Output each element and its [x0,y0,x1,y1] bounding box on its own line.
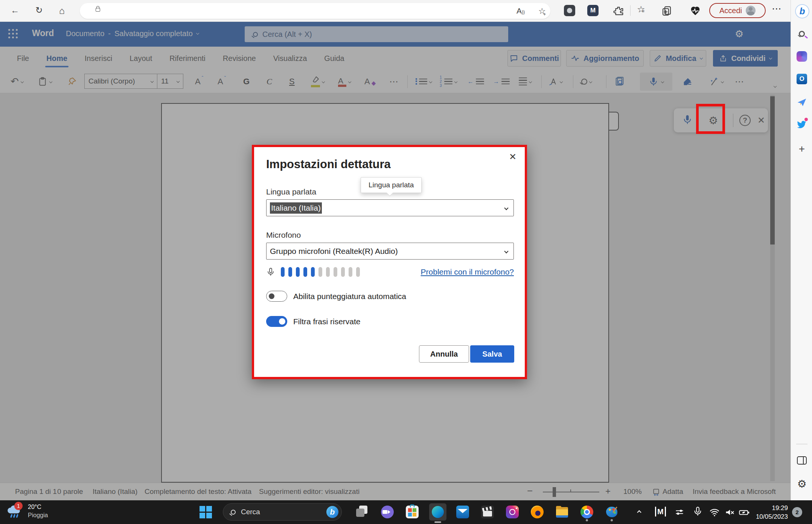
sidebar-twitter-icon[interactable] [795,118,809,131]
instagram-icon[interactable] [506,506,519,518]
feedback-link[interactable]: Invia feedback a Microsoft [693,488,776,496]
app-launcher-icon[interactable] [8,29,18,38]
paint-icon[interactable] [605,506,618,518]
browser-back-icon[interactable]: ← [11,5,19,15]
start-button[interactable] [200,506,212,518]
tray-mixer-icon[interactable] [675,507,684,518]
underline-button[interactable]: S [289,70,295,93]
text-completion-status[interactable]: Completamento del testo: Attivata [145,488,251,496]
editor-button[interactable] [682,70,693,93]
word-search-box[interactable]: Cerca (Alt + X) [245,26,508,42]
find-button[interactable] [581,70,592,93]
app-name[interactable]: Word [32,28,54,38]
collapse-ribbon-icon[interactable] [774,85,777,88]
zoom-out-icon[interactable]: − [527,485,533,497]
tab-visualizza[interactable]: Visualizza [265,47,316,70]
auto-punctuation-toggle[interactable] [266,291,287,302]
tab-riferimenti[interactable]: Riferimenti [161,47,214,70]
browser-essentials-icon[interactable] [690,5,701,18]
notification-badge[interactable]: 2 [792,507,802,517]
edit-mode-button[interactable]: Modifica [650,50,706,67]
weather-temp[interactable]: 20°C [28,504,41,510]
share-button[interactable]: Condividi [713,50,778,67]
zoom-slider-thumb[interactable] [553,487,556,497]
dictation-help-icon[interactable]: ? [739,115,751,126]
grow-font-button[interactable]: Aˆ [195,70,204,93]
tab-revisione[interactable]: Revisione [214,47,265,70]
update-button[interactable]: Aggiornamento [566,50,644,67]
bold-button[interactable]: G [243,70,250,93]
language-select[interactable]: Italiano (Italia) [266,199,514,216]
dictate-button[interactable] [640,73,672,91]
filter-phrases-toggle[interactable] [266,316,287,327]
align-button[interactable] [519,70,532,93]
browser-refresh-icon[interactable]: ↻ [35,5,43,15]
tab-layout[interactable]: Layout [121,47,161,70]
styles-button[interactable] [548,70,562,93]
tray-app-m-icon[interactable]: M [655,507,666,516]
more-commands-icon[interactable]: ⋯ [735,70,744,93]
comments-button[interactable]: Commenti [507,50,561,67]
immersive-reader-icon[interactable] [614,70,625,93]
sidebar-add-icon[interactable]: + [795,142,809,156]
scrollbar-thumb[interactable] [770,96,775,245]
weather-widget[interactable]: 1 [5,503,23,522]
browser-menu-icon[interactable]: ⋯ [772,3,782,15]
shrink-font-button[interactable]: Aˇ [218,70,227,93]
zoom-in-icon[interactable]: + [605,486,611,497]
sidebar-office-icon[interactable] [795,50,809,63]
sidebar-search-icon[interactable] [795,27,809,41]
sidebar-panel-icon[interactable] [795,454,809,467]
extension-m-icon[interactable]: M [587,5,599,16]
sidebar-outlook-icon[interactable]: O [795,72,809,86]
clear-formatting-button[interactable]: A◆ [364,70,376,93]
tray-volume-muted-icon[interactable] [724,507,735,519]
sidebar-bing-icon[interactable]: b [795,4,809,18]
paste-button[interactable] [38,70,52,93]
settings-gear-icon[interactable]: ⚙ [735,28,743,40]
favorites-add-icon[interactable]: ☆+ [538,6,548,16]
favorites-icon[interactable]: ☆≡ [637,4,647,15]
dictation-mic-icon[interactable] [682,114,693,126]
extensions-puzzle-icon[interactable] [613,5,624,18]
fit-button[interactable]: Adatta [663,488,683,496]
tray-clock[interactable]: 19:29 10/05/2023 [748,504,788,521]
tab-inserisci[interactable]: Inserisci [76,47,121,70]
taskbar-search[interactable]: Cerca b [223,503,342,521]
tab-home[interactable]: Home [38,47,76,70]
cancel-button[interactable]: Annulla [419,345,469,363]
font-name-combobox[interactable]: Calibri (Corpo) [84,74,157,89]
task-view-icon[interactable] [356,506,369,518]
mail-icon[interactable] [456,506,469,518]
extension-clip-icon[interactable] [564,5,575,16]
collections-icon[interactable] [661,5,672,18]
decrease-indent-button[interactable]: ← [468,70,484,93]
undo-button[interactable]: ↶ [11,70,23,93]
microphone-select[interactable]: Gruppo microfoni (Realtek(R) Audio) [266,243,514,260]
bullet-list-button[interactable] [416,70,432,93]
tab-file[interactable]: File [8,47,38,70]
chat-icon[interactable] [381,506,394,518]
increase-indent-button[interactable]: → [493,70,510,93]
movies-tv-icon[interactable] [481,506,494,518]
file-explorer-icon[interactable] [556,506,568,518]
tab-guida[interactable]: Guida [315,47,353,70]
font-color-button[interactable]: A [338,70,351,93]
numbered-list-button[interactable]: 123 [440,70,457,93]
sidebar-settings-gear-icon[interactable]: ⚙ [795,477,809,491]
tray-wifi-icon[interactable] [709,507,720,519]
read-aloud-icon[interactable]: A)) [516,6,525,15]
dialog-close-icon[interactable]: ✕ [509,152,516,162]
designer-button[interactable] [709,70,724,93]
doc-language[interactable]: Italiano (Italia) [93,488,137,496]
font-size-combobox[interactable]: 11 [157,74,183,89]
sidebar-drop-icon[interactable] [795,95,809,109]
page-info[interactable]: Pagina 1 di 1 [15,488,57,496]
zoom-level[interactable]: 100% [623,488,642,496]
word-count[interactable]: 0 parole [57,488,83,496]
edge-taskbar-icon[interactable] [429,503,446,521]
firefox-icon[interactable] [531,506,544,518]
tray-microphone-icon[interactable] [693,506,703,518]
browser-home-icon[interactable]: ⌂ [59,5,65,16]
save-button[interactable]: Salva [470,345,514,363]
